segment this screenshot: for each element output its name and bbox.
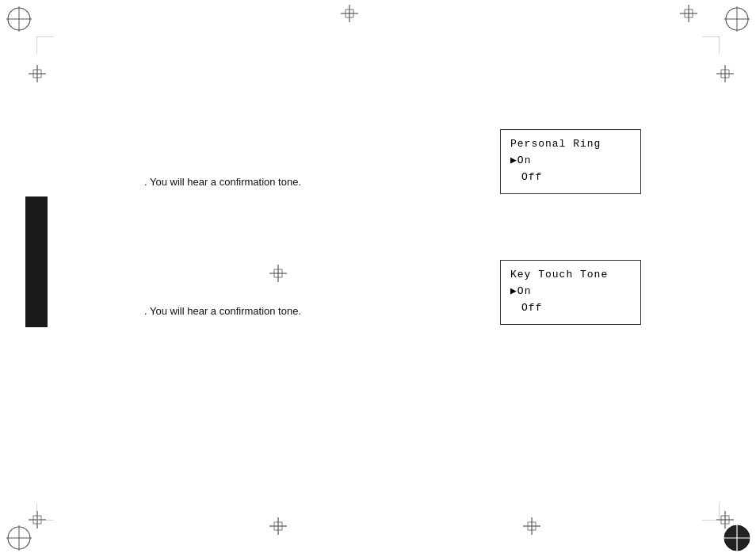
confirmation-text-1: . You will hear a confirmation tone.: [144, 176, 301, 188]
bottom-left-bracket: [36, 503, 54, 521]
top-right-cross-mark: [680, 5, 697, 22]
left-cross-mark: [29, 65, 46, 82]
key-touch-tone-off: Off: [510, 300, 631, 317]
top-right-corner-mark: [721, 3, 753, 35]
key-touch-tone-title: Key Touch Tone: [510, 267, 631, 284]
sidebar-strip: [25, 196, 48, 327]
personal-ring-off: Off: [510, 170, 631, 186]
bottom-left-cross-mark: [269, 517, 287, 535]
top-left-bracket: [36, 36, 54, 54]
arrow-icon-2: ▶: [510, 285, 517, 297]
bottom-right-bracket: [702, 503, 720, 521]
top-right-bracket: [702, 36, 720, 54]
right-cross-mark-top: [716, 65, 734, 82]
top-left-corner-mark: [3, 3, 35, 35]
bottom-center-cross-mark: [523, 517, 540, 535]
personal-ring-lcd: Personal Ring ▶On Off: [500, 129, 641, 194]
mid-left-cross-mark: [269, 265, 287, 282]
confirmation-text-2: . You will hear a confirmation tone.: [144, 305, 301, 317]
personal-ring-title: Personal Ring: [510, 136, 631, 153]
key-touch-tone-lcd: Key Touch Tone ▶On Off: [500, 260, 641, 325]
personal-ring-on: ▶On: [510, 153, 631, 170]
arrow-icon-1: ▶: [510, 155, 517, 166]
key-touch-tone-on: ▶On: [510, 284, 631, 300]
top-center-cross-mark: [341, 5, 358, 22]
